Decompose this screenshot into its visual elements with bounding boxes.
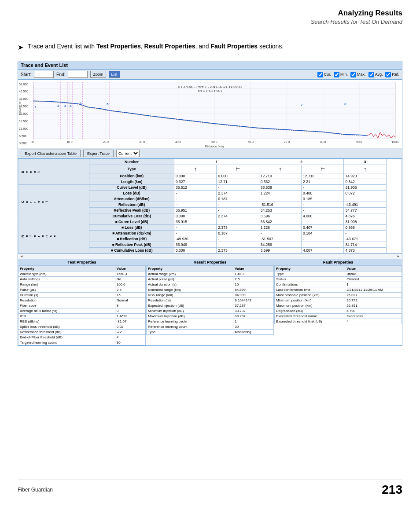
ref-checkbox[interactable] xyxy=(385,72,391,77)
start-input[interactable] xyxy=(34,71,54,78)
avg-checkbox[interactable] xyxy=(368,72,374,77)
result-properties-section: Result Properties Property Value Actual … xyxy=(146,259,274,345)
list-item: Last confirmation time2/21/2011 11:29:11… xyxy=(275,287,402,293)
trace-controls-row: Start: End: Zoom List Cur. Min. Max. Avg… xyxy=(18,70,402,80)
list-item: Confirmations1 xyxy=(275,282,402,287)
min-checkbox[interactable] xyxy=(334,72,339,77)
fault-properties-section: Fault Properties Property Value TypeBrea… xyxy=(274,259,402,345)
svg-text:8: 8 xyxy=(344,102,346,106)
result-properties-table: Property Value Actual range (km)100.0 Ac… xyxy=(146,266,274,335)
arrow-marker: ➤ xyxy=(18,42,23,53)
svg-text:40.0: 40.0 xyxy=(175,140,181,143)
svg-text:90.0: 90.0 xyxy=(356,140,362,143)
current-section-start: Current Curve Level (dB) 35.512 - 33.538… xyxy=(18,185,402,191)
test-properties-table: Property Value Wavelength (nm)1550.4 Aut… xyxy=(18,266,146,345)
list-item: Actual duration (s)15 xyxy=(147,282,274,287)
chart-area: 52.000 45.500 39.000 32.500 26.000 19.50… xyxy=(18,80,402,148)
list-item: Range (km)100.0 xyxy=(18,282,146,287)
list-item: Average helix factor (%)0 xyxy=(18,308,146,314)
ref-section-start: Reference ■ Curve Level (dB) 35.915 - 33… xyxy=(18,219,402,225)
type-label: Type xyxy=(89,165,174,173)
list-item: RBS range (km)84.999 xyxy=(147,293,274,298)
svg-text:Distance (km): Distance (km) xyxy=(205,145,224,148)
end-input[interactable] xyxy=(68,71,88,78)
main-content: ➤ Trace and Event list with Test Propert… xyxy=(18,42,402,346)
col-property: Number xyxy=(89,159,174,165)
scroll-left: ◄ xyxy=(20,254,23,258)
svg-text:100.0: 100.0 xyxy=(391,140,399,143)
svg-text:60.0: 60.0 xyxy=(247,140,254,143)
list-item: RBS (dB/ns)-81.07 xyxy=(18,319,146,324)
svg-text:45.500: 45.500 xyxy=(19,90,28,93)
zoom-button[interactable]: Zoom xyxy=(90,71,106,78)
min-checkbox-label[interactable]: Min. xyxy=(334,72,348,77)
list-item: Actual pulse (µs)2.5 xyxy=(147,277,274,282)
page-footer: Fiber Guardian 213 xyxy=(18,480,402,497)
svg-text:20.0: 20.0 xyxy=(103,140,109,143)
scroll-right: ► xyxy=(397,254,400,258)
svg-text:52.000: 52.000 xyxy=(19,83,28,86)
list-item: IOR1.4693 xyxy=(18,314,146,319)
avg-checkbox-label[interactable]: Avg. xyxy=(368,72,383,77)
list-item: End-of-Fiber threshold (dB)4 xyxy=(18,335,146,340)
result-prop-col: Property xyxy=(147,266,233,272)
test-props-header: Property Value xyxy=(18,266,146,272)
chart-svg: 52.000 45.500 39.000 32.500 26.000 19.50… xyxy=(18,80,402,148)
fault-props-header: Property Value xyxy=(275,266,402,272)
test-properties-title: Test Properties xyxy=(18,259,146,266)
page-title: Analyzing Results xyxy=(311,9,402,18)
list-item: Extended range (km)84.999 xyxy=(147,287,274,293)
page-subtitle: Search Results for Test On Demand xyxy=(311,18,402,25)
svg-text:10.0: 10.0 xyxy=(66,140,73,143)
list-item: Splice loss threshold (dB)0.02 xyxy=(18,324,146,330)
svg-text:on OTH-1 P001: on OTH-1 P001 xyxy=(198,89,222,93)
footer-page-number: 213 xyxy=(382,483,402,497)
trace-box-header: Trace and Event List xyxy=(18,61,402,70)
cur-checkbox[interactable] xyxy=(317,72,323,77)
fault-properties-table: Property Value TypeBreak StatusCleared C… xyxy=(274,266,402,324)
list-item: StatusCleared xyxy=(275,277,402,282)
svg-text:70.0: 70.0 xyxy=(284,140,290,143)
list-item: Targeted learning count30 xyxy=(18,340,146,345)
list-item: Exceeded threshold limit (dB)4 xyxy=(275,319,402,324)
intro-text: Trace and Event list with Test Propertie… xyxy=(28,42,284,51)
test-prop-col: Property xyxy=(18,266,115,272)
export-char-table-button[interactable]: Export Characterization Table xyxy=(21,150,81,157)
svg-text:1: 1 xyxy=(35,105,37,109)
list-item: Reference learning cycle1 xyxy=(147,319,274,324)
ref-checkbox-label[interactable]: Ref. xyxy=(385,72,399,77)
fault-prop-col: Property xyxy=(275,266,345,272)
result-properties-title: Result Properties xyxy=(146,259,274,266)
list-item: Degradation (dB)6.798 xyxy=(275,308,402,314)
svg-text:7: 7 xyxy=(301,103,303,107)
trace-event-list-box: Trace and Event List Start: End: Zoom Li… xyxy=(18,61,402,346)
export-trace-button[interactable]: Export Trace xyxy=(83,150,114,157)
cur-checkbox-label[interactable]: Cur. xyxy=(317,72,332,77)
fault-properties-title: Fault Properties xyxy=(274,259,402,266)
list-item: Reference learning count30 xyxy=(147,324,274,330)
result-props-header: Property Value xyxy=(147,266,274,272)
svg-text:80.0: 80.0 xyxy=(320,140,326,143)
list-item: Actual range (km)100.0 xyxy=(147,272,274,277)
list-item: Minimum position (km)25.772 xyxy=(275,298,402,303)
list-item: Wavelength (nm)1550.4 xyxy=(18,272,146,277)
max-checkbox-label[interactable]: Max. xyxy=(350,72,366,77)
svg-text:2: 2 xyxy=(57,104,59,108)
list-item: Most probable position (km)26.027 xyxy=(275,293,402,298)
export-row: Export Characterization Table Export Tra… xyxy=(18,148,402,159)
list-item: Resolution (m)9.1044143 xyxy=(147,298,274,303)
list-item: Maximum injection (dB)38.237 xyxy=(147,314,274,319)
list-item: Fiber code8 xyxy=(18,303,146,308)
max-checkbox[interactable] xyxy=(350,72,356,77)
list-button[interactable]: List xyxy=(109,71,120,78)
footer-product-name: Fiber Guardian xyxy=(18,487,53,493)
svg-text:30.0: 30.0 xyxy=(139,140,145,143)
page-header: Analyzing Results Search Results for Tes… xyxy=(311,9,402,28)
svg-text:50.0: 50.0 xyxy=(211,140,217,143)
svg-text:6.500: 6.500 xyxy=(19,135,26,138)
svg-text:0.000: 0.000 xyxy=(19,142,26,145)
checkboxes-group: Cur. Min. Max. Avg. Ref. xyxy=(317,72,399,77)
export-select[interactable]: Current xyxy=(116,150,140,157)
fault-val-col: Value xyxy=(345,266,402,272)
svg-text:19.500: 19.500 xyxy=(19,120,28,123)
